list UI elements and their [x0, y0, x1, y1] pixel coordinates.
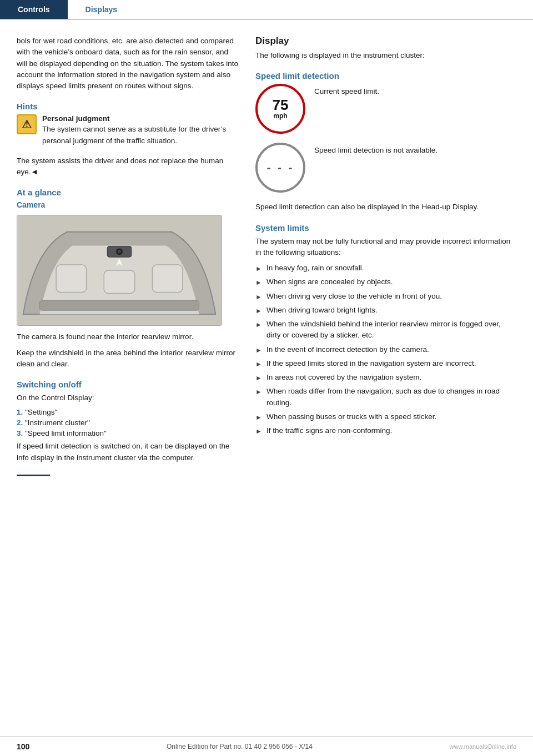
- intro-paragraph: bols for wet road conditions, etc. are a…: [17, 36, 239, 92]
- speed-sign-number: 75: [273, 98, 289, 112]
- warning-icon: ⚠: [17, 114, 37, 134]
- bullet-arrow: ►: [255, 387, 262, 397]
- page-number: 100: [17, 742, 29, 751]
- bullet-text: In areas not covered by the navigation s…: [266, 372, 421, 383]
- speed-sign-1-desc: Current speed limit.: [314, 84, 516, 97]
- step-1: 1. "Settings": [17, 408, 239, 416]
- bullet-item-1: ►In heavy fog, rain or snowfall.: [255, 263, 516, 274]
- footer: 100 Online Edition for Part no. 01 40 2 …: [0, 736, 533, 756]
- svg-rect-3: [104, 270, 134, 294]
- steps-list: 1. "Settings" 2. "Instrument cluster" 3.…: [17, 408, 239, 437]
- bullet-item-5: ►When the windshield behind the interior…: [255, 319, 516, 341]
- step-3: 3. "Speed limit information": [17, 429, 239, 437]
- bullet-text: When passing buses or trucks with a spee…: [266, 411, 436, 422]
- bullet-item-8: ►In areas not covered by the navigation …: [255, 372, 516, 383]
- tab-controls[interactable]: Controls: [0, 0, 68, 19]
- bullet-text: If the speed limits stored in the naviga…: [266, 358, 476, 369]
- hints-body1: The system cannot serve as a substitute …: [42, 124, 239, 147]
- bullet-arrow: ►: [255, 412, 262, 422]
- tab-displays[interactable]: Displays: [68, 0, 135, 19]
- camera-caption1: The camera is found near the interior re…: [17, 331, 239, 342]
- svg-point-6: [118, 250, 121, 254]
- bullet-arrow: ►: [255, 292, 262, 302]
- bullet-text: When driving very close to the vehicle i…: [266, 291, 442, 302]
- hints-text: Personal judgment The system cannot serv…: [42, 114, 239, 151]
- bullet-item-6: ►In the event of incorrect detection by …: [255, 344, 516, 355]
- bullet-arrow: ►: [255, 426, 262, 436]
- tab-controls-label: Controls: [18, 5, 50, 14]
- bullet-arrow: ►: [255, 373, 262, 383]
- bullet-item-2: ►When signs are concealed by objects.: [255, 276, 516, 288]
- display-heading: Display: [255, 36, 516, 47]
- top-navigation: Controls Displays: [0, 0, 533, 20]
- bullet-text: When driving toward bright lights.: [266, 305, 378, 316]
- bullet-item-3: ►When driving very close to the vehicle …: [255, 291, 516, 302]
- camera-caption2: Keep the windshield in the area behind t…: [17, 347, 239, 370]
- step-3-text: "Speed limit information": [25, 429, 107, 437]
- switching-body2: If speed limit detection is switched on,…: [17, 441, 239, 463]
- tab-displays-label: Displays: [86, 5, 118, 14]
- bullet-text: When roads differ from the navigation, s…: [266, 386, 516, 409]
- bullet-text: If the traffic signs are non-conforming.: [266, 425, 392, 436]
- speed-sign-75: 75 mph: [255, 84, 305, 134]
- hints-block: ⚠ Personal judgment The system cannot se…: [17, 114, 239, 151]
- speed-sign-2-desc: Speed limit detection is not available.: [314, 143, 516, 156]
- speed-sign-row-1: 75 mph Current speed limit.: [255, 84, 516, 134]
- right-column: Display The following is displayed in th…: [255, 36, 516, 476]
- left-column: bols for wet road conditions, etc. are a…: [17, 36, 239, 476]
- bullet-item-11: ►If the traffic signs are non-conforming…: [255, 425, 516, 436]
- system-limits-heading: System limits: [255, 223, 516, 233]
- speed-sign-row-2: - - - Speed limit detection is not avail…: [255, 143, 516, 193]
- bullet-item-4: ►When driving toward bright lights.: [255, 305, 516, 316]
- at-a-glance-heading: At a glance: [17, 188, 239, 197]
- step-2-text: "Instrument cluster": [25, 419, 90, 427]
- speed-sign-unit: mph: [273, 112, 287, 120]
- bullet-item-7: ►If the speed limits stored in the navig…: [255, 358, 516, 369]
- publication-info: Online Edition for Part no. 01 40 2 956 …: [167, 743, 313, 750]
- speed-limit-caption: Speed limit detection can also be displa…: [255, 201, 516, 213]
- bullet-arrow: ►: [255, 320, 262, 330]
- bullet-arrow: ►: [255, 359, 262, 369]
- display-body: The following is displayed in the instru…: [255, 50, 516, 61]
- bullet-arrow: ►: [255, 345, 262, 355]
- speed-sign-dashes-text: - - -: [266, 160, 294, 175]
- step-1-text: "Settings": [25, 408, 57, 416]
- svg-rect-8: [39, 301, 199, 311]
- switching-body: On the Control Display:: [17, 392, 239, 404]
- hints-label: Personal judgment: [42, 114, 239, 123]
- svg-rect-1: [56, 265, 86, 292]
- hints-heading: Hints: [17, 102, 239, 111]
- bullet-arrow: ►: [255, 278, 262, 288]
- main-content: bols for wet road conditions, etc. are a…: [0, 20, 533, 510]
- system-limits-list: ►In heavy fog, rain or snowfall.►When si…: [255, 263, 516, 436]
- camera-heading: Camera: [17, 200, 239, 209]
- hints-body2: The system assists the driver and does n…: [17, 155, 239, 178]
- watermark: www.manualsOnline.info: [450, 743, 516, 750]
- bullet-arrow: ►: [255, 306, 262, 316]
- bullet-text: When the windshield behind the interior …: [266, 319, 516, 341]
- bullet-arrow: ►: [255, 264, 262, 274]
- switching-heading: Switching on/off: [17, 380, 239, 389]
- bullet-text: In heavy fog, rain or snowfall.: [266, 263, 364, 274]
- svg-rect-2: [152, 265, 182, 292]
- camera-image: [17, 215, 222, 326]
- bullet-text: In the event of incorrect detection by t…: [266, 344, 429, 355]
- bottom-bar: [17, 475, 50, 476]
- bullet-item-10: ►When passing buses or trucks with a spe…: [255, 411, 516, 422]
- bullet-item-9: ►When roads differ from the navigation, …: [255, 386, 516, 409]
- speed-sign-dashes: - - -: [255, 143, 305, 193]
- bullet-text: When signs are concealed by objects.: [266, 276, 393, 288]
- speed-limit-detection-heading: Speed limit detection: [255, 71, 516, 80]
- system-limits-intro: The system may not be fully functional a…: [255, 236, 516, 259]
- step-2: 2. "Instrument cluster": [17, 419, 239, 427]
